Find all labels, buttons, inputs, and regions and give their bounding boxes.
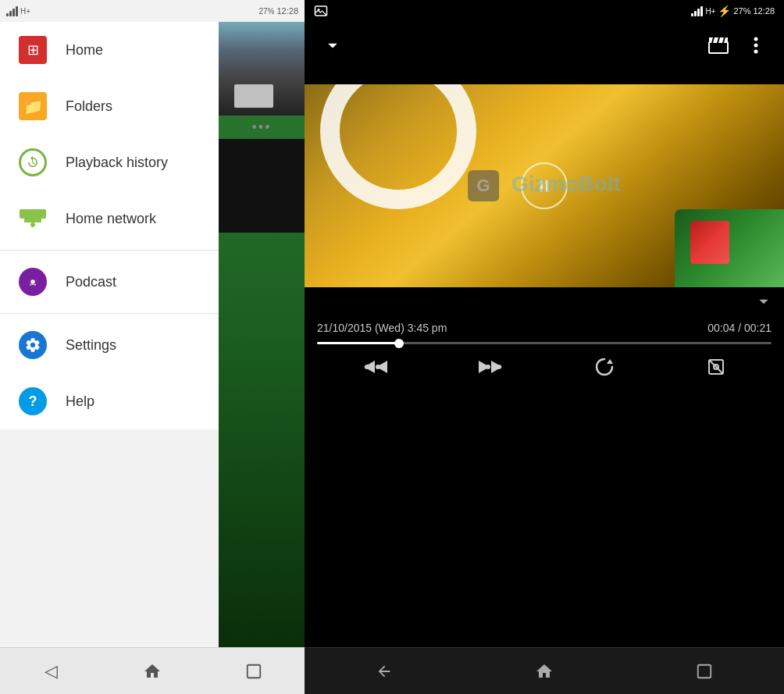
image-status-icon (314, 5, 328, 17)
left-status-icons: H+ (6, 5, 30, 16)
left-home-button[interactable] (133, 652, 172, 691)
settings-icon (19, 331, 47, 359)
svg-point-12 (754, 37, 758, 41)
more-options-button[interactable] (740, 30, 772, 61)
thumb-dark (219, 139, 305, 233)
forward-button[interactable] (477, 358, 505, 376)
shoe-red (690, 221, 729, 264)
time-separator: / (738, 322, 744, 334)
help-icon: ? (19, 387, 47, 415)
svg-point-23 (486, 365, 490, 369)
svg-point-3 (30, 279, 35, 284)
progress-bar-container[interactable] (305, 337, 784, 349)
rotate-button[interactable] (704, 355, 728, 379)
history-icon-wrap (16, 145, 50, 180)
podcast-icon (19, 268, 47, 296)
left-status-bar: H+ 27% 12:28 (0, 0, 305, 22)
podcast-icon-wrap (16, 265, 50, 299)
bottom-chevron-button[interactable] (753, 294, 775, 313)
replay-icon (593, 355, 616, 379)
video-controls-area: 21/10/2015 (Wed) 3:45 pm 00:04 / 00:21 (305, 287, 784, 694)
svg-rect-0 (20, 209, 46, 219)
home-label: Home (66, 42, 103, 59)
forward-icon (477, 358, 505, 376)
right-back-icon (376, 663, 393, 680)
home-icon-wrap: ⊞ (16, 33, 50, 67)
history-svg (26, 155, 40, 169)
current-time: 00:04 (707, 322, 735, 334)
settings-svg (24, 336, 41, 354)
right-battery-percent: 27% (733, 6, 750, 16)
svg-rect-15 (540, 180, 543, 192)
network-icon-wrap (16, 201, 50, 236)
playback-controls (305, 349, 784, 382)
signal-bars-icon (6, 5, 18, 16)
podcast-label: Podcast (66, 274, 116, 290)
right-lightning-icon: ⚡ (718, 5, 731, 17)
left-time: 12:28 (276, 6, 298, 16)
right-time: 12:28 (753, 6, 775, 16)
left-recent-button[interactable] (234, 652, 273, 691)
video-info-row: 21/10/2015 (Wed) 3:45 pm 00:04 / 00:21 (305, 319, 784, 337)
right-signal-type: H+ (705, 7, 715, 16)
progress-thumb[interactable] (394, 339, 404, 348)
svg-rect-16 (546, 180, 549, 192)
settings-icon-wrap (16, 328, 50, 362)
help-icon-wrap: ? (16, 384, 50, 418)
left-nav-bar: ◁ (0, 647, 305, 694)
folders-icon-wrap: 📁 (16, 89, 50, 123)
left-back-button[interactable]: ◁ (31, 652, 70, 691)
more-options-icon (754, 36, 758, 55)
right-home-icon (535, 662, 554, 681)
svg-rect-4 (248, 664, 261, 678)
more-dots-icon: ••• (252, 119, 272, 136)
svg-point-14 (754, 50, 758, 54)
svg-rect-29 (697, 664, 711, 678)
rotate-icon (704, 355, 728, 379)
network-svg (20, 209, 46, 228)
video-date: 21/10/2015 (Wed) 3:45 pm (317, 322, 447, 334)
rewind-button[interactable] (361, 358, 389, 376)
svg-point-24 (497, 365, 501, 369)
svg-point-2 (30, 222, 35, 227)
folders-label: Folders (66, 98, 112, 115)
video-main-area[interactable]: G GizmoBolt (305, 84, 784, 287)
help-label: Help (66, 393, 94, 410)
controls-spacer (305, 382, 784, 647)
svg-line-27 (709, 360, 723, 374)
right-back-button[interactable] (365, 652, 404, 691)
video-toolbar (305, 22, 784, 69)
podcast-svg (24, 273, 41, 290)
history-icon (19, 148, 47, 176)
settings-label: Settings (66, 337, 116, 354)
progress-track (317, 342, 772, 344)
rewind-icon (361, 358, 389, 376)
right-status-right: H+ ⚡ 27% 12:28 (691, 5, 775, 17)
replay-button[interactable] (593, 355, 616, 379)
pause-button[interactable] (521, 162, 568, 209)
right-signal-bars-icon (691, 5, 703, 16)
thumb-dots-area: ••• (219, 116, 305, 139)
right-home-button[interactable] (525, 652, 564, 691)
right-recent-button[interactable] (685, 652, 724, 691)
video-bottom-bar (305, 287, 784, 319)
clapperboard-button[interactable] (703, 30, 734, 61)
svg-rect-7 (709, 42, 728, 53)
playback-history-label: Playback history (66, 155, 168, 171)
svg-point-20 (376, 365, 380, 369)
video-black-top (305, 69, 784, 84)
home-icon: ⊞ (19, 36, 47, 64)
svg-marker-25 (607, 359, 613, 364)
left-battery-percent: 27% (258, 7, 274, 16)
folders-icon: 📁 (19, 92, 47, 120)
right-panel: H+ ⚡ 27% 12:28 (305, 0, 784, 694)
chevron-down-icon (322, 34, 344, 56)
clapperboard-icon (707, 36, 729, 55)
network-icon (19, 205, 47, 233)
svg-point-19 (365, 365, 369, 369)
recent-nav-icon (245, 663, 262, 680)
home-network-label: Home network (66, 211, 156, 227)
total-time: 00:21 (744, 322, 772, 334)
thumb-street (219, 22, 305, 116)
chevron-down-button[interactable] (317, 30, 348, 61)
